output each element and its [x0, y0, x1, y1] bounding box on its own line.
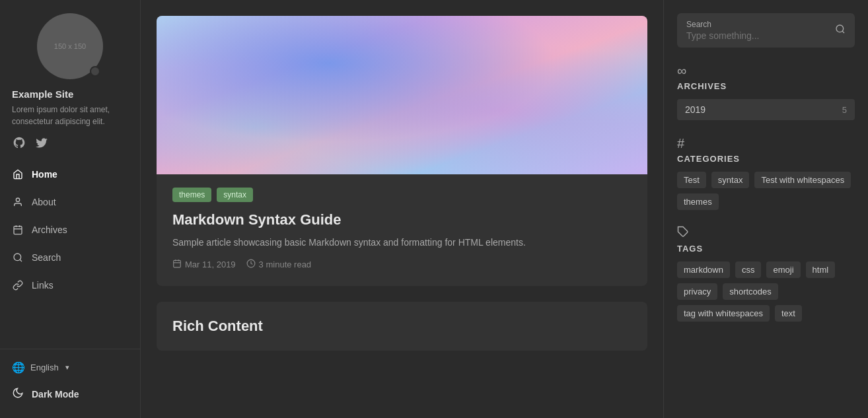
archive-count-text: 5 [842, 105, 847, 115]
article-title[interactable]: Markdown Syntax Guide [172, 211, 632, 228]
tags-section-title: TAGS [677, 244, 855, 254]
svg-line-13 [842, 31, 844, 33]
category-tag-list: Test syntax Test with whitespaces themes [677, 172, 855, 210]
main-content: themes syntax Markdown Syntax Guide Samp… [141, 0, 663, 418]
categories-section-title: CATEGORIES [677, 154, 855, 164]
article-read-time: 3 minute read [246, 259, 312, 270]
tag-syntax[interactable]: syntax [217, 188, 253, 202]
search-label: Search [686, 20, 835, 29]
github-icon[interactable] [12, 135, 26, 150]
avatar-dot [90, 66, 100, 77]
tag-css[interactable]: css [735, 261, 762, 278]
dark-mode-label: Dark Mode [32, 389, 79, 400]
moon-icon [12, 387, 24, 401]
search-input[interactable] [686, 30, 835, 41]
home-icon [12, 168, 24, 180]
article-card: themes syntax Markdown Syntax Guide Samp… [157, 16, 647, 286]
avatar-placeholder-text: 150 x 150 [54, 42, 86, 51]
rich-content-title: Rich Content [172, 318, 632, 335]
twitter-icon[interactable] [34, 135, 49, 150]
main-nav: Home About Archives [0, 160, 140, 349]
translate-icon: 🌐 [12, 361, 25, 374]
nav-item-about[interactable]: About [0, 188, 140, 216]
right-sidebar: Search ∞ ARCHIVES 2019 5 # CATEGORIES Te… [663, 0, 868, 418]
svg-point-0 [16, 198, 19, 201]
tag-list: markdown css emoji html privacy shortcod… [677, 261, 855, 322]
dark-mode-toggle[interactable]: Dark Mode [0, 380, 140, 407]
archive-year-text: 2019 [685, 104, 705, 115]
clock-icon [246, 259, 256, 270]
tag-whitespaces[interactable]: tag with whitespaces [677, 305, 770, 322]
site-description: Lorem ipsum dolor sit amet, consectetur … [0, 104, 140, 135]
article-excerpt: Sample article showcasing basic Markdown… [172, 235, 632, 250]
social-icons [0, 135, 140, 160]
cat-test[interactable]: Test [677, 172, 706, 188]
tag-markdown[interactable]: markdown [677, 261, 730, 278]
calendar-meta-icon [172, 259, 182, 270]
nav-label-search: Search [32, 252, 61, 263]
search-icon[interactable] [835, 24, 846, 37]
article-hero-image [157, 16, 647, 174]
archives-section-title: ARCHIVES [677, 81, 855, 91]
tag-themes[interactable]: themes [172, 188, 211, 202]
nav-item-search[interactable]: Search [0, 244, 140, 271]
language-label: English [30, 363, 59, 372]
nav-label-about: About [32, 197, 56, 207]
nav-item-home[interactable]: Home [0, 160, 140, 188]
svg-point-5 [14, 254, 21, 261]
cat-syntax[interactable]: syntax [711, 172, 750, 188]
categories-widget: # CATEGORIES Test syntax Test with white… [677, 136, 855, 210]
nav-item-archives[interactable]: Archives [0, 216, 140, 244]
tag-text[interactable]: text [775, 305, 802, 322]
chevron-down-icon: ▾ [65, 363, 69, 372]
tags-widget: TAGS markdown css emoji html privacy sho… [677, 226, 855, 322]
article-date: Mar 11, 2019 [172, 259, 236, 270]
archive-year-item[interactable]: 2019 5 [677, 99, 855, 120]
nav-label-links: Links [32, 280, 54, 291]
tag-shortcodes[interactable]: shortcodes [723, 283, 778, 300]
nav-label-home: Home [32, 169, 57, 180]
user-icon [12, 196, 24, 208]
svg-line-6 [20, 260, 22, 261]
search-nav-icon [12, 252, 24, 263]
tag-privacy[interactable]: privacy [677, 283, 717, 300]
nav-item-links[interactable]: Links [0, 271, 140, 299]
tag-html[interactable]: html [806, 261, 836, 278]
svg-rect-1 [14, 226, 22, 234]
article-meta: Mar 11, 2019 3 minute read [172, 259, 632, 270]
article-tag-list: themes syntax [172, 188, 632, 202]
cat-themes[interactable]: themes [677, 193, 719, 210]
cat-test-whitespaces[interactable]: Test with whitespaces [754, 172, 851, 188]
infinity-icon: ∞ [677, 63, 855, 79]
link-icon [12, 279, 24, 291]
calendar-icon [12, 224, 24, 236]
search-widget: Search [677, 13, 855, 48]
svg-point-12 [836, 25, 844, 32]
tag-icon [677, 226, 855, 241]
article-date-text: Mar 11, 2019 [185, 260, 236, 269]
language-selector[interactable]: 🌐 English ▾ [0, 355, 140, 380]
search-input-area: Search [686, 20, 835, 41]
article-body: themes syntax Markdown Syntax Guide Samp… [157, 174, 647, 286]
archives-widget: ∞ ARCHIVES 2019 5 [677, 63, 855, 120]
nav-label-archives: Archives [32, 225, 67, 235]
hero-gradient [157, 16, 647, 174]
read-time-text: 3 minute read [259, 260, 312, 269]
sidebar-bottom: 🌐 English ▾ Dark Mode [0, 349, 140, 418]
svg-rect-7 [174, 261, 181, 268]
left-sidebar: 150 x 150 Example Site Lorem ipsum dolor… [0, 0, 141, 418]
site-title: Example Site [0, 88, 140, 104]
rich-content-card: Rich Content [157, 302, 647, 351]
tag-emoji[interactable]: emoji [766, 261, 800, 278]
hashtag-icon: # [677, 136, 855, 151]
avatar: 150 x 150 [37, 13, 103, 79]
